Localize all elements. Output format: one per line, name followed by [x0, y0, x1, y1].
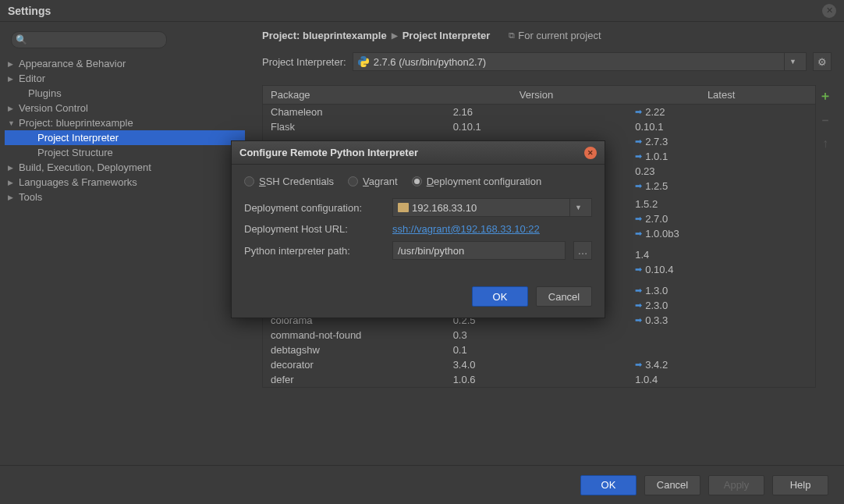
radio-icon	[348, 176, 358, 186]
tree-item[interactable]: ▼Project: blueprintexample	[5, 115, 245, 130]
tree-item[interactable]: Project Interpreter	[5, 130, 245, 145]
cell-version: 0.1	[445, 343, 628, 357]
browse-button[interactable]: …	[573, 241, 592, 260]
cell-latest	[627, 343, 815, 357]
table-row[interactable]: defer1.0.61.0.4	[263, 372, 815, 387]
cell-version: 2.16	[445, 105, 628, 119]
remove-package-button[interactable]: －	[819, 112, 832, 129]
deploy-config-label: Deployment configuration:	[244, 202, 385, 214]
server-icon	[398, 203, 409, 212]
cell-latest	[627, 278, 815, 279]
table-row[interactable]: Chameleon2.16➡2.22	[263, 105, 815, 119]
chevron-down-icon: ▼	[8, 119, 17, 127]
tree-item[interactable]: ▶Appearance & Behavior	[5, 56, 245, 71]
python-icon	[358, 56, 369, 67]
table-header: Package Version Latest	[263, 86, 815, 105]
table-row[interactable]: command-not-found0.3	[263, 328, 815, 343]
for-current-project-label: For current project	[518, 30, 601, 41]
cell-latest: ➡2.22	[627, 105, 815, 119]
dialog-title: Configure Remote Python Interpreter	[239, 147, 584, 158]
add-package-button[interactable]: ＋	[819, 88, 832, 105]
header-package[interactable]: Package	[263, 86, 445, 104]
tree-item[interactable]: ▶Version Control	[5, 101, 245, 115]
table-row[interactable]: Flask0.10.10.10.1	[263, 119, 815, 134]
cell-latest	[627, 245, 815, 247]
tree-item[interactable]: ▶Build, Execution, Deployment	[5, 160, 245, 175]
cell-latest: ➡1.3.0	[627, 284, 815, 297]
upgrade-arrow-icon: ➡	[635, 315, 642, 325]
cell-latest	[627, 281, 815, 282]
gear-icon[interactable]: ⚙	[813, 52, 832, 71]
chevron-right-icon: ▶	[8, 75, 17, 83]
dialog-titlebar[interactable]: Configure Remote Python Interpreter ✕	[232, 141, 605, 165]
radio-icon	[412, 176, 422, 186]
radio-ssh-credentials[interactable]: SSH Credentials	[244, 176, 334, 187]
table-row[interactable]: debtagshw0.1	[263, 343, 815, 357]
dialog-ok-button[interactable]: OK	[472, 286, 528, 307]
tree-item[interactable]: ▶Tools	[5, 190, 245, 204]
header-version[interactable]: Version	[445, 86, 628, 104]
cell-latest	[627, 328, 815, 342]
tree-item-label: Appearance & Behavior	[17, 58, 126, 69]
tree-item-label: Build, Execution, Deployment	[17, 161, 151, 173]
tree-item-label: Languages & Frameworks	[17, 176, 137, 188]
deploy-config-combo[interactable]: 192.168.33.10 ▼	[392, 198, 592, 217]
tree-item[interactable]: ▶Editor	[5, 71, 245, 86]
radio-deploy-label: eployment configuration	[434, 176, 541, 187]
cell-latest	[627, 194, 815, 196]
dialog-cancel-button[interactable]: Cancel	[536, 286, 592, 307]
cell-latest: 0.10.1	[627, 120, 815, 133]
deploy-config-value: 192.168.33.10	[412, 202, 477, 214]
tree-item[interactable]: Plugins	[5, 86, 245, 101]
cell-latest: ➡2.3.0	[627, 299, 815, 312]
ok-button[interactable]: OK	[580, 475, 637, 495]
search-input[interactable]	[11, 31, 167, 48]
table-row[interactable]: decorator3.4.0➡3.4.2	[263, 357, 815, 372]
cell-latest: 1.4	[627, 248, 815, 261]
upgrade-package-button[interactable]: ↑	[819, 137, 832, 151]
help-button[interactable]: Help	[772, 475, 828, 495]
package-tools: ＋ － ↑	[819, 85, 832, 388]
dropdown-arrow-icon: ▼	[784, 53, 801, 70]
radio-deployment-config[interactable]: Deployment configuration	[412, 176, 541, 187]
settings-sidebar: 🔍 ▶Appearance & Behavior▶EditorPlugins▶V…	[0, 22, 250, 465]
interp-path-input[interactable]	[392, 241, 566, 260]
host-url-link[interactable]: ssh://vagrant@192.168.33.10:22	[392, 223, 540, 235]
search-icon: 🔍	[16, 34, 27, 45]
cell-latest: 1.5.2	[627, 197, 815, 211]
tree-item-label: Project: blueprintexample	[17, 117, 133, 129]
cell-latest: 1.0.4	[627, 373, 815, 386]
chevron-right-icon: ▶	[392, 31, 398, 40]
chevron-right-icon: ▶	[8, 164, 17, 172]
cell-latest: ➡2.7.0	[627, 212, 815, 225]
breadcrumb: Project: blueprintexample ▶ Project Inte…	[262, 30, 832, 41]
cell-latest: ➡0.10.4	[627, 263, 815, 276]
upgrade-arrow-icon: ➡	[635, 300, 642, 311]
radio-vagrant[interactable]: Vagrant	[348, 176, 398, 187]
cell-latest: ➡0.3.3	[627, 314, 815, 327]
breadcrumb-page: Project Interpreter	[402, 30, 491, 41]
chevron-right-icon: ▶	[8, 105, 17, 112]
titlebar: Settings ✕	[0, 0, 844, 22]
tree-item-label: Version Control	[17, 102, 88, 114]
interpreter-combo[interactable]: 2.7.6 (/usr/bin/python2.7) ▼	[353, 52, 807, 71]
apply-button[interactable]: Apply	[708, 475, 764, 495]
window-title: Settings	[8, 5, 822, 17]
chevron-right-icon: ▶	[8, 193, 17, 201]
cancel-button[interactable]: Cancel	[644, 475, 700, 495]
tree-item[interactable]: Project Structure	[5, 145, 245, 160]
dialog-close-icon[interactable]: ✕	[584, 147, 597, 159]
cell-latest: ➡2.7.3	[627, 135, 815, 148]
tree-item-label: Project Interpreter	[36, 132, 119, 144]
cell-package: command-not-found	[263, 328, 445, 342]
breadcrumb-project: Project: blueprintexample	[262, 30, 387, 41]
chevron-right-icon: ▶	[8, 179, 17, 186]
tree-item[interactable]: ▶Languages & Frameworks	[5, 175, 245, 190]
chevron-right-icon: ▶	[8, 60, 17, 68]
close-icon[interactable]: ✕	[822, 4, 836, 18]
host-url-label: Deployment Host URL:	[244, 223, 385, 235]
upgrade-arrow-icon: ➡	[635, 360, 642, 370]
cell-latest: ➡3.4.2	[627, 358, 815, 371]
header-latest[interactable]: Latest	[627, 86, 815, 104]
cell-latest	[627, 242, 815, 243]
